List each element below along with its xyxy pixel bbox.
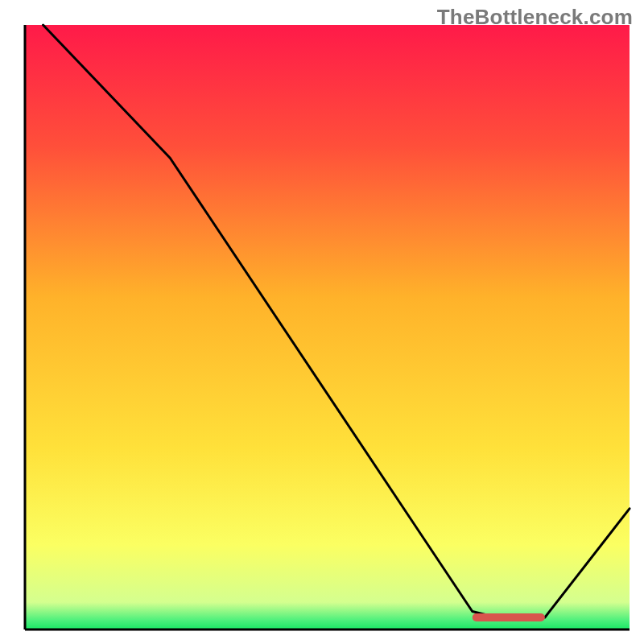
watermark-text: TheBottleneck.com bbox=[437, 5, 633, 30]
highlight-marker bbox=[473, 613, 545, 621]
chart-container: { "watermark": "TheBottleneck.com", "cha… bbox=[0, 0, 644, 644]
chart-svg bbox=[0, 0, 644, 644]
plot-background bbox=[25, 25, 630, 630]
